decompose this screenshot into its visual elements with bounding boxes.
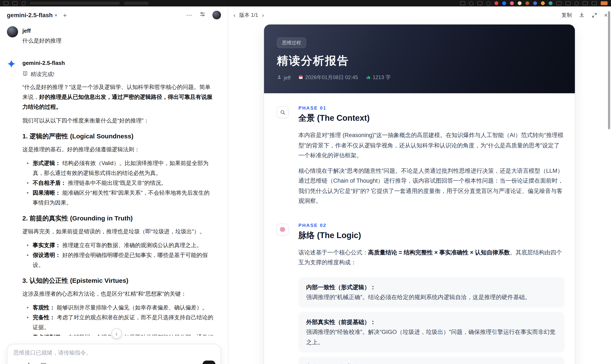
phase-paragraph: 本内容是对“推理 (Reasoning)”这一抽象概念的高层建模。在知识爆炸与人… xyxy=(298,130,565,160)
assistant-overview: 我们可以从以下四个维度来衡量什么是“好的推理”： xyxy=(22,116,214,126)
dimension-card-2: 外部真实性（前提基础）： 强调推理的“经验校准”。解决“GIGO（垃圾进，垃圾出… xyxy=(298,312,565,352)
extension-icon-pink[interactable] xyxy=(510,1,514,5)
list-item: 不自相矛盾：推理链条中不能出现“既是又非”的情况。 xyxy=(22,178,214,188)
model-selector[interactable]: gemini-2.5-flash xyxy=(7,12,53,18)
user-message-text: 什么是好的推理 xyxy=(22,36,214,46)
card-title: 外部真实性（前提基础）： xyxy=(306,317,557,327)
reading-status: 精读完成! xyxy=(22,70,214,78)
dimension-card-3: 主体伦理（认识美德）： 转向推理者的心理特征。引入奥卡姆剃刀和反向论证，旨在克服… xyxy=(298,357,565,364)
list-item: 因果清晰：能准确区分“相关性”和“因果关系”，不会轻率地将先后发生的事情归为因果… xyxy=(22,188,214,208)
download-tray-icon[interactable] xyxy=(477,1,482,5)
extension-icon-amber[interactable] xyxy=(541,1,545,5)
user-message: jeff 什么是好的推理 xyxy=(7,26,221,46)
chat-header: gemini-2.5-flash ▾ + ⋯ xyxy=(0,6,228,24)
bullet-text: 推理建立在可靠的数据、准确的观测或公认的真理之上。 xyxy=(62,242,202,248)
section-bullets-2: 事实支撑：推理建立在可靠的数据、准确的观测或公认的真理之上。 假设透明：好的推理… xyxy=(22,240,214,270)
attach-button[interactable]: + xyxy=(13,363,17,364)
browser-brand-icon[interactable] xyxy=(601,1,608,5)
bullet-text: 考虑了对立的观点和潜在的反证，而不是只选择支持自己结论的证据。 xyxy=(33,314,213,330)
section-lead-1: 这是推理的基石。好的推理必须遵循逻辑法则： xyxy=(22,144,214,154)
extension-icon-teal[interactable] xyxy=(549,1,553,5)
previous-version-button[interactable]: ‹ xyxy=(233,12,235,18)
phase-section-1: PHASE 01 全景 (The Context) 本内容是对“推理 (Reas… xyxy=(277,104,575,211)
report-card: 思维过程 精读分析报告 jeff 2 xyxy=(264,25,575,364)
word-count: 1213 字 xyxy=(372,74,391,81)
report-date: 2026年01月08日 02:45 xyxy=(305,74,358,81)
window-icon[interactable] xyxy=(3,1,9,5)
extension-icon-red[interactable] xyxy=(494,1,498,5)
settings-icon[interactable] xyxy=(556,1,561,5)
chevron-down-icon[interactable]: ▾ xyxy=(55,13,57,17)
share-icon[interactable] xyxy=(460,1,465,5)
card-text: 强调推理的“经验校准”。解决“GIGO（垃圾进，垃圾出）”问题，确保推理引擎运行… xyxy=(306,329,556,345)
extension-icon-indigo[interactable] xyxy=(533,1,537,5)
window-controls-icon[interactable] xyxy=(592,1,597,5)
chat-panel: gemini-2.5-flash ▾ + ⋯ jeff 什么 xyxy=(0,6,228,364)
intro-bold: 好的推理是从已知信息出发，通过严密的逻辑路径，得出可靠且有说服力结论的过程。 xyxy=(22,94,213,110)
user-message-avatar xyxy=(7,26,18,37)
tab-label-area[interactable] xyxy=(124,2,149,5)
tab-overview-icon[interactable] xyxy=(13,1,18,5)
message-composer[interactable]: 思维接口已就绪，请传输指令。 + xyxy=(7,344,221,364)
gemini-star-icon xyxy=(7,62,16,70)
more-options-button[interactable]: ⋯ xyxy=(186,12,193,18)
version-label: 版本 1/1 xyxy=(239,11,258,19)
phase-title: 脉络 (The Logic) xyxy=(298,230,565,241)
artifact-toolbar: ‹ 版本 1/1 › 复制 × xyxy=(228,10,608,20)
phase-paragraph: 核心情境在于解决“思考的随意性”问题。不论是人类通过批判性思维进行决策，还是大语… xyxy=(298,166,565,206)
scroll-to-bottom-button[interactable]: ↓ xyxy=(111,328,122,339)
report-title: 精读分析报告 xyxy=(277,54,562,67)
card-text: 强调推理的“机械正确”。结论必须在给定的规则系统内逻辑自洽，这是推理的硬件基础。 xyxy=(306,294,531,300)
extension-icon-brown[interactable] xyxy=(525,1,529,5)
section-heading-1: 1. 逻辑的严密性 (Logical Soundness) xyxy=(22,132,214,141)
bullet-label: 形式逻辑： xyxy=(33,160,61,166)
profile-icon[interactable] xyxy=(574,1,579,5)
copy-button[interactable]: 复制 xyxy=(561,11,572,19)
scrollbar-thumb[interactable] xyxy=(608,11,610,129)
address-bar[interactable] xyxy=(30,2,120,5)
phase-lead: 该论述基于一个核心公式：高质量结论 = 结构完整性 × 事实准确性 × 认知自律… xyxy=(298,247,565,268)
reading-status-text: 精读完成! xyxy=(30,70,54,78)
user-avatar[interactable] xyxy=(213,11,221,19)
message-input[interactable]: 思维接口已就绪，请传输指令。 xyxy=(13,349,214,357)
extension-icon-cream[interactable] xyxy=(518,1,522,5)
section-lead-2: 逻辑再完美，如果前提是错误的，推理也是垃圾（即“垃圾进，垃圾出”）。 xyxy=(22,226,214,236)
bullet-text: 能够识别并尽量排除个人偏见（如幸存者偏差、确认偏差）。 xyxy=(57,304,208,311)
camera-icon[interactable] xyxy=(469,1,473,5)
dimension-card-1: 内部一致性（形式逻辑）： 强调推理的“机械正确”。结论必须在给定的规则系统内逻辑… xyxy=(298,277,565,308)
chat-settings-icon[interactable] xyxy=(199,11,206,19)
book-icon xyxy=(22,71,28,78)
close-icon[interactable]: × xyxy=(604,12,608,18)
menu-icon[interactable] xyxy=(22,1,26,5)
date-meta: 2026年01月08日 02:45 xyxy=(298,74,358,81)
voice-input-button[interactable] xyxy=(202,361,215,364)
new-chat-button[interactable]: + xyxy=(63,12,67,18)
extension-icon-blue[interactable] xyxy=(502,1,506,5)
assistant-intro: “什么是好的推理？”这是一个涉及逻辑学、认知科学和哲学核心的问题。简单来说，好的… xyxy=(22,82,214,112)
list-item: 形式逻辑：结构必须有效（Valid）。比如演绎推理中，如果前提全部为真，那么通过… xyxy=(22,158,214,178)
calendar-icon xyxy=(298,75,303,81)
word-count-meta: 1213 字 xyxy=(366,74,391,81)
download-icon[interactable] xyxy=(579,12,585,18)
bullet-label: 因果清晰： xyxy=(33,190,61,196)
report-badge: 思维过程 xyxy=(277,37,306,48)
bullet-label: 事实支撑： xyxy=(33,242,61,248)
image-upload-icon[interactable] xyxy=(41,362,47,364)
user-name: jeff xyxy=(22,26,214,36)
next-version-button[interactable]: › xyxy=(262,12,264,18)
screen: gemini-2.5-flash ▾ + ⋯ jeff 什么 xyxy=(0,0,611,364)
report-meta: jeff 2026年01月08日 02:45 121 xyxy=(277,74,562,81)
assistant-message: gemini-2.5-flash 精读完成! “什么是好的推理？”这是一个涉及逻… xyxy=(7,58,221,336)
report-body: PHASE 01 全景 (The Context) 本内容是对“推理 (Reas… xyxy=(264,93,575,364)
skills-icon[interactable] xyxy=(26,362,32,364)
app-window: gemini-2.5-flash ▾ + ⋯ jeff 什么 xyxy=(0,6,611,364)
composer-toolbar: + xyxy=(13,362,47,364)
fullscreen-icon[interactable] xyxy=(592,12,597,18)
list-item: 客观性：能够识别并尽量排除个人偏见（如幸存者偏差、确认偏差）。 xyxy=(22,302,214,312)
version-navigator: ‹ 版本 1/1 › xyxy=(233,11,264,19)
translate-icon[interactable] xyxy=(486,1,491,5)
section-heading-3: 3. 认知的公正性 (Epistemic Virtues) xyxy=(22,277,214,285)
sidebar-toggle-icon[interactable] xyxy=(583,1,588,5)
split-view-icon[interactable] xyxy=(565,1,571,5)
section-heading-2: 2. 前提的真实性 (Grounding in Truth) xyxy=(22,214,214,223)
